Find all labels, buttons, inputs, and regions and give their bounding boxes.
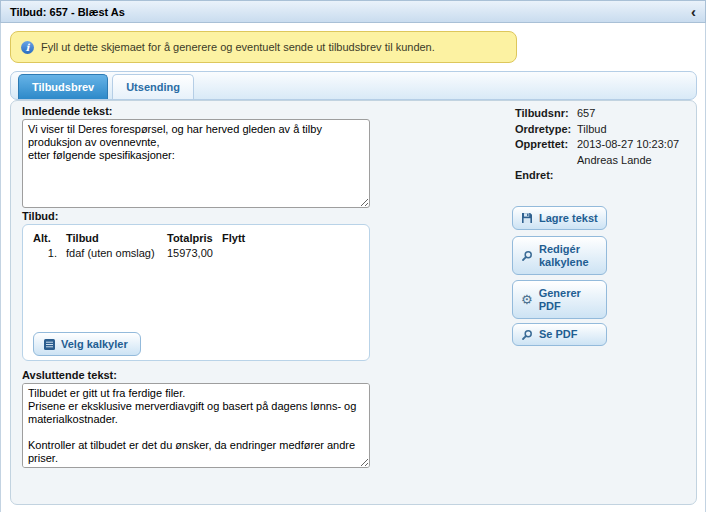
meta-row-tilbudsnr: Tilbudsnr: 657 xyxy=(515,106,700,122)
tab-tilbudsbrev[interactable]: Tilbudsbrev xyxy=(18,74,108,99)
cell-alt: 1. xyxy=(33,247,66,259)
tab-bar: Tilbudsbrev Utsending xyxy=(10,71,697,100)
col-header-alt: Alt. xyxy=(33,232,66,247)
meta-row-opprettet: Opprettet: 2013-08-27 10:23:07 xyxy=(515,137,700,153)
tab-utsending[interactable]: Utsending xyxy=(112,74,194,99)
col-header-tilbud: Tilbud xyxy=(66,232,167,247)
table-row: 1. fdaf (uten omslag) 15973,00 xyxy=(33,247,250,259)
tilbud-table: Alt. Tilbud Totalpris Flytt 1. fdaf (ute… xyxy=(33,232,250,259)
col-header-totalpris: Totalpris xyxy=(167,232,222,247)
magnifier-icon xyxy=(521,329,533,341)
cell-tilbud: fdaf (uten omslag) xyxy=(66,247,167,259)
window-title: Tilbud: 657 - Blæst As xyxy=(10,6,125,18)
tilbud-label: Tilbud: xyxy=(22,210,58,222)
meta-row-endret: Endret: xyxy=(515,168,700,184)
save-icon xyxy=(521,212,533,224)
avsluttende-tekst-label: Avsluttende tekst: xyxy=(22,369,117,381)
se-pdf-button[interactable]: Se PDF xyxy=(512,323,607,346)
order-meta-panel: Tilbudsnr: 657 Ordretype: Tilbud Opprett… xyxy=(515,106,700,184)
info-icon: i xyxy=(21,41,34,54)
table-header-row: Alt. Tilbud Totalpris Flytt xyxy=(33,232,250,247)
meta-row-opprettet-by: Andreas Lande xyxy=(515,153,700,169)
cell-totalpris: 15973,00 xyxy=(167,247,222,259)
list-icon xyxy=(44,339,55,350)
velg-kalkyler-button[interactable]: Velg kalkyler xyxy=(33,332,141,356)
gear-icon: ⚙ xyxy=(521,293,533,306)
col-header-flytt: Flytt xyxy=(222,232,250,247)
avsluttende-tekst-textarea[interactable]: Tilbudet er gitt ut fra ferdige filer. P… xyxy=(22,383,370,468)
rediger-kalkylene-button[interactable]: Redigér kalkylene xyxy=(512,236,607,275)
window-titlebar: Tilbud: 657 - Blæst As ‹ xyxy=(0,0,706,23)
innledende-tekst-label: Innledende tekst: xyxy=(22,105,112,117)
innledende-tekst-textarea[interactable]: Vi viser til Deres forespørsel, og har h… xyxy=(22,119,370,208)
app-window: Tilbud: 657 - Blæst As ‹ i Fyll ut dette… xyxy=(0,0,710,512)
magnifier-icon xyxy=(521,250,533,262)
collapse-panel-icon[interactable]: ‹ xyxy=(691,4,696,19)
lagre-tekst-button[interactable]: Lagre tekst xyxy=(512,206,607,230)
cell-flytt xyxy=(222,247,250,259)
generer-pdf-button[interactable]: ⚙ Generer PDF xyxy=(512,280,607,319)
info-banner-text: Fyll ut dette skjemaet for å generere og… xyxy=(41,41,435,53)
info-banner: i Fyll ut dette skjemaet for å generere … xyxy=(10,31,517,63)
meta-row-ordretype: Ordretype: Tilbud xyxy=(515,122,700,138)
